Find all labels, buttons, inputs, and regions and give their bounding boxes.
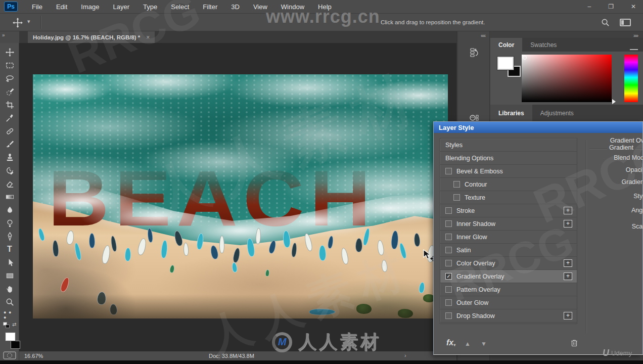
menu-item-3d[interactable]: 3D — [231, 3, 240, 11]
move-effect-down-button[interactable]: ▼ — [481, 340, 487, 347]
layer-style-item-color-overlay[interactable]: Color Overlay+ — [440, 257, 577, 270]
layer-style-item-gradient-overlay[interactable]: ✓Gradient Overlay+ — [440, 270, 577, 283]
quick-mask-icon[interactable] — [3, 351, 16, 361]
beach-photo[interactable]: BEACH — [33, 74, 448, 318]
layer-style-item-drop-shadow[interactable]: Drop Shadow+ — [440, 309, 577, 323]
layer-style-item-label: Pattern Overlay — [456, 286, 500, 293]
add-effect-instance-button[interactable]: + — [564, 259, 572, 267]
dodge-tool-icon[interactable] — [4, 217, 16, 229]
checkbox[interactable] — [445, 286, 452, 293]
layer-style-item-texture[interactable]: Texture — [440, 191, 577, 204]
rectangle-tool-icon[interactable] — [4, 269, 16, 282]
checkbox[interactable] — [453, 194, 460, 201]
tab-adjustments[interactable]: Adjustments — [532, 105, 582, 121]
layer-style-item-pattern-overlay[interactable]: Pattern Overlay — [440, 283, 577, 296]
menu-item-select[interactable]: Select — [171, 3, 189, 11]
layer-style-item-inner-shadow[interactable]: Inner Shadow+ — [440, 217, 577, 231]
toolbar-collapse-icon[interactable]: » — [2, 32, 5, 38]
layer-style-item-satin[interactable]: Satin — [440, 244, 577, 257]
checkbox[interactable] — [445, 220, 452, 227]
menu-item-file[interactable]: File — [32, 3, 42, 11]
gradient-tool-icon[interactable] — [4, 191, 16, 203]
layer-style-item-outer-glow[interactable]: Outer Glow — [440, 296, 577, 309]
move-tool-icon[interactable] — [4, 46, 16, 58]
lasso-tool-icon[interactable] — [4, 72, 16, 84]
rectangular-marquee-tool-icon[interactable] — [4, 59, 16, 71]
path-selection-tool-icon[interactable] — [4, 256, 16, 268]
quick-selection-tool-icon[interactable] — [4, 85, 16, 98]
zoom-level[interactable]: 16.67% — [24, 353, 43, 359]
layer-style-item-stroke[interactable]: Stroke+ — [440, 204, 577, 217]
checkbox[interactable] — [445, 247, 452, 253]
zoom-tool-icon[interactable] — [4, 296, 16, 308]
menu-item-window[interactable]: Window — [281, 3, 304, 11]
eraser-tool-icon[interactable] — [4, 177, 16, 190]
dialog-title-bar[interactable]: Layer Style — [434, 122, 642, 133]
collapse-panels-icon[interactable]: «« — [481, 33, 485, 38]
spot-healing-brush-tool-icon[interactable] — [4, 125, 16, 137]
tab-libraries[interactable]: Libraries — [490, 105, 532, 121]
eyedropper-tool-icon[interactable] — [4, 112, 16, 124]
pen-tool-icon[interactable] — [4, 230, 16, 242]
minimize-button[interactable]: – — [587, 3, 591, 10]
menu-item-layer[interactable]: Layer — [113, 3, 130, 11]
add-effect-instance-button[interactable]: + — [564, 312, 572, 320]
checkbox-checked[interactable]: ✓ — [445, 273, 452, 280]
checkbox[interactable] — [445, 299, 452, 306]
type-tool-icon[interactable]: T — [4, 243, 16, 255]
workspace-icon[interactable] — [620, 19, 631, 26]
layer-style-item-blending-options[interactable]: Blending Options — [440, 152, 577, 165]
move-effect-up-button[interactable]: ▲ — [465, 340, 471, 347]
menu-item-view[interactable]: View — [253, 3, 267, 11]
color-field-cursor[interactable] — [523, 56, 527, 60]
menu-item-type[interactable]: Type — [143, 3, 157, 11]
background-color-swatch[interactable] — [11, 341, 20, 349]
foreground-color-swatch[interactable] — [6, 333, 15, 341]
checkbox[interactable] — [445, 207, 452, 214]
fx-menu-button[interactable]: fx▾ — [446, 338, 455, 347]
tab-color[interactable]: Color — [490, 38, 522, 52]
checkbox[interactable] — [445, 260, 452, 266]
panel-foreground-swatch[interactable] — [497, 57, 514, 70]
checkbox[interactable] — [445, 168, 452, 174]
checkbox[interactable] — [445, 234, 452, 240]
canvas-area[interactable]: BEACH — [19, 43, 456, 351]
hue-slider[interactable] — [624, 55, 638, 102]
history-brush-tool-icon[interactable] — [4, 164, 16, 176]
add-effect-instance-button[interactable]: + — [564, 220, 572, 228]
delete-effect-button[interactable] — [571, 339, 578, 349]
layer-style-item-contour[interactable]: Contour — [440, 178, 577, 191]
default-colors-icon[interactable] — [3, 322, 10, 329]
menu-item-filter[interactable]: Filter — [203, 3, 217, 11]
document-tab[interactable]: Holiday.jpg @ 16.7% (BEACH, RGB/8) * × — [28, 31, 155, 43]
tab-swatches[interactable]: Swatches — [522, 38, 565, 52]
restore-button[interactable]: ❐ — [608, 3, 614, 10]
history-panel-icon[interactable] — [467, 46, 481, 60]
checkbox[interactable] — [445, 312, 452, 319]
saturation-brightness-field[interactable] — [522, 55, 612, 102]
chevron-down-icon[interactable]: ▾ — [27, 18, 30, 25]
menu-item-help[interactable]: Help — [318, 3, 332, 11]
checkbox[interactable] — [453, 181, 460, 188]
ellipsis-tool-icon[interactable]: ● ● ● — [4, 309, 16, 321]
add-effect-instance-button[interactable]: + — [564, 272, 572, 280]
color-field-slider-icon[interactable] — [612, 99, 616, 104]
brush-tool-icon[interactable] — [4, 138, 16, 150]
layer-style-item-inner-glow[interactable]: Inner Glow — [440, 231, 577, 244]
crop-tool-icon[interactable] — [4, 99, 16, 111]
hand-tool-icon[interactable] — [4, 283, 16, 295]
close-button[interactable]: ✕ — [631, 3, 636, 10]
add-effect-instance-button[interactable]: + — [564, 207, 572, 214]
swap-colors-icon[interactable]: ⇄ — [12, 322, 16, 327]
move-tool-icon[interactable] — [12, 17, 23, 28]
menu-item-image[interactable]: Image — [81, 3, 99, 11]
layer-style-item-styles[interactable]: Styles — [440, 139, 577, 152]
tab-close-icon[interactable]: × — [146, 34, 150, 41]
photoshop-logo-icon[interactable]: Ps — [4, 2, 18, 12]
clone-stamp-tool-icon[interactable] — [4, 151, 16, 163]
search-icon[interactable] — [601, 18, 610, 29]
menu-item-edit[interactable]: Edit — [56, 3, 67, 11]
layer-style-item-bevel-emboss[interactable]: Bevel & Emboss — [440, 165, 577, 178]
blur-tool-icon[interactable] — [4, 204, 16, 216]
status-chevron-icon[interactable]: › — [404, 352, 406, 358]
